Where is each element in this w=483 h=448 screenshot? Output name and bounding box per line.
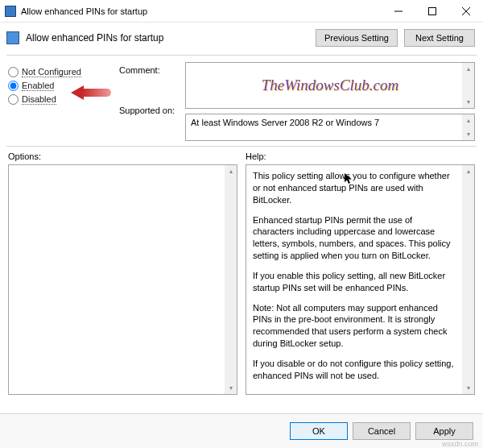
supported-label: Supported on: <box>119 106 177 115</box>
options-column: Options: ▴▾ <box>8 151 237 395</box>
comment-value <box>186 63 474 108</box>
scroll-down-icon[interactable]: ▾ <box>462 382 474 394</box>
options-label: Options: <box>8 151 237 161</box>
scroll-down-icon[interactable]: ▾ <box>462 128 474 140</box>
help-label: Help: <box>246 151 475 161</box>
state-radio-group: Not Configured Enabled Disabled <box>8 62 111 141</box>
lower-panes: Options: ▴▾ Help: This policy setting al… <box>0 147 483 396</box>
header-row: Allow enhanced PINs for startup Previous… <box>0 23 483 55</box>
cancel-button[interactable]: Cancel <box>353 422 411 440</box>
options-pane[interactable]: ▴▾ <box>8 164 237 395</box>
field-values: TheWindowsClub.com ▴▾ At least Windows S… <box>185 62 475 141</box>
help-scrollbar[interactable]: ▴▾ <box>462 165 474 394</box>
scroll-up-icon[interactable]: ▴ <box>462 165 474 177</box>
help-pane[interactable]: This policy setting allows you to config… <box>246 164 475 395</box>
window-icon <box>5 6 16 17</box>
scroll-down-icon[interactable]: ▾ <box>462 96 474 108</box>
supported-on-value: At least Windows Server 2008 R2 or Windo… <box>191 118 379 127</box>
window-title: Allow enhanced PINs for startup <box>21 6 382 16</box>
scroll-up-icon[interactable]: ▴ <box>462 63 474 75</box>
field-labels: Comment: Supported on: <box>119 62 177 141</box>
radio-not-configured-input[interactable] <box>8 67 19 77</box>
maximize-button[interactable] <box>415 0 449 23</box>
next-setting-button[interactable]: Next Setting <box>404 29 475 47</box>
ok-button[interactable]: OK <box>290 422 348 440</box>
scroll-up-icon[interactable]: ▴ <box>225 165 237 177</box>
radio-not-configured[interactable]: Not Configured <box>8 67 111 77</box>
page-title: Allow enhanced PINs for startup <box>26 32 309 44</box>
radio-disabled-input[interactable] <box>8 94 19 105</box>
scroll-down-icon[interactable]: ▾ <box>225 382 237 394</box>
help-paragraph: Note: Not all computers may support enha… <box>253 302 456 350</box>
comment-scrollbar[interactable]: ▴▾ <box>462 63 474 108</box>
help-content: This policy setting allows you to config… <box>246 165 462 394</box>
title-bar: Allow enhanced PINs for startup <box>0 0 483 23</box>
source-stamp: wsxdn.com <box>442 440 478 448</box>
supported-on-field: At least Windows Server 2008 R2 or Windo… <box>185 114 475 141</box>
radio-enabled[interactable]: Enabled <box>8 81 111 91</box>
svg-rect-1 <box>429 7 436 15</box>
supported-scrollbar[interactable]: ▴▾ <box>462 114 474 140</box>
minimize-button[interactable] <box>382 0 415 23</box>
help-column: Help: This policy setting allows you to … <box>246 151 475 395</box>
comment-field[interactable]: TheWindowsClub.com ▴▾ <box>185 62 475 109</box>
window-controls <box>382 0 483 23</box>
previous-setting-button[interactable]: Previous Setting <box>316 29 398 47</box>
help-paragraph: If you enable this policy setting, all n… <box>253 270 456 294</box>
scroll-up-icon[interactable]: ▴ <box>462 114 474 127</box>
apply-button[interactable]: Apply <box>415 422 473 440</box>
comment-label: Comment: <box>119 65 177 75</box>
help-paragraph: Enhanced startup PINs permit the use of … <box>253 214 456 262</box>
radio-enabled-label: Enabled <box>22 81 54 91</box>
close-button[interactable] <box>449 0 483 23</box>
policy-icon <box>6 31 19 44</box>
radio-disabled[interactable]: Disabled <box>8 94 111 105</box>
help-paragraph: This policy setting allows you to config… <box>253 170 456 206</box>
radio-not-configured-label: Not Configured <box>22 67 81 77</box>
options-content <box>9 165 225 394</box>
help-paragraph: If you disable or do not configure this … <box>253 358 456 382</box>
config-area: Not Configured Enabled Disabled Comment:… <box>0 56 483 146</box>
options-scrollbar[interactable]: ▴▾ <box>225 165 237 394</box>
footer-buttons: OK Cancel Apply <box>0 413 483 448</box>
radio-disabled-label: Disabled <box>22 94 56 105</box>
radio-enabled-input[interactable] <box>8 81 19 91</box>
